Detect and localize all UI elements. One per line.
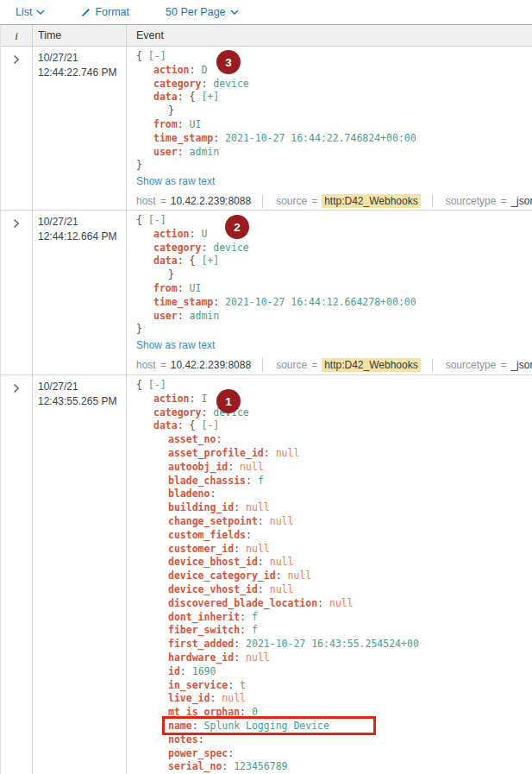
list-view-button[interactable]: List: [16, 6, 45, 18]
field-label[interactable]: host: [136, 195, 156, 207]
json-punct: :: [222, 760, 234, 772]
json-key: first_added: [168, 638, 234, 650]
json-punct: :: [180, 665, 192, 677]
json-null-value[interactable]: null: [222, 692, 246, 704]
json-line: action: D: [136, 64, 532, 78]
json-value[interactable]: 123456789: [234, 760, 287, 772]
json-punct: :: [234, 543, 246, 555]
event-row: 10/27/2112:43:55.265 PM{ [-]action: Icat…: [1, 375, 532, 774]
json-line: device_bhost_id: null: [136, 556, 525, 569]
json-value[interactable]: device: [213, 242, 249, 254]
json-null-value[interactable]: null: [246, 651, 270, 664]
field-equals: =: [500, 359, 506, 371]
field-value[interactable]: http:D42_Webhooks: [322, 358, 421, 372]
json-null-value[interactable]: null: [287, 569, 311, 582]
json-line: autoobj_id: null: [136, 461, 525, 475]
json-null-value[interactable]: null: [246, 501, 270, 513]
field-label[interactable]: source: [276, 359, 307, 371]
event-selected-fields: host=10.42.2.239:8088source=http:D42_Web…: [136, 358, 532, 372]
field-label[interactable]: source: [276, 195, 307, 207]
field-value[interactable]: _json: [510, 195, 532, 207]
json-value[interactable]: f: [258, 475, 264, 487]
field-value[interactable]: http:D42_Webhooks: [322, 194, 421, 208]
json-value[interactable]: UI: [190, 282, 202, 294]
field-value[interactable]: 10.42.2.239:8088: [171, 195, 251, 207]
json-null-value[interactable]: null: [270, 515, 294, 527]
json-value[interactable]: I: [201, 393, 207, 405]
json-key: name: [168, 720, 192, 732]
expand-chevron-icon[interactable]: [13, 53, 20, 68]
format-button[interactable]: Format: [81, 6, 129, 18]
expand-chevron-icon[interactable]: [13, 381, 20, 397]
json-line: device_vhost_id: null: [136, 583, 525, 597]
field-equals: =: [311, 195, 317, 207]
json-punct: :: [201, 406, 213, 418]
json-value[interactable]: UI: [190, 118, 202, 130]
field-source: source=http:D42_Webhooks: [262, 358, 421, 372]
event-date-text: 10/27/21: [38, 380, 126, 394]
json-line: data: { [-]: [136, 419, 525, 433]
json-key: user: [153, 310, 178, 322]
json-punct: :: [178, 91, 190, 103]
per-page-button[interactable]: 50 Per Page: [166, 6, 239, 18]
event-json: { [-]action: Icategory: devicedata: { [-…: [136, 379, 525, 774]
json-value[interactable]: device: [213, 78, 249, 90]
event-selected-fields: host=10.42.2.239:8088source=http:D42_Web…: [136, 194, 532, 208]
json-key: mt_is_orphan: [168, 706, 240, 718]
json-value[interactable]: 0: [252, 706, 258, 718]
json-null-value[interactable]: null: [270, 556, 294, 568]
json-value[interactable]: t: [240, 679, 246, 691]
json-key: time_stamp: [153, 296, 213, 308]
json-null-value[interactable]: null: [329, 597, 354, 609]
json-brace: }: [136, 159, 142, 171]
field-value[interactable]: 10.42.2.239:8088: [171, 359, 251, 371]
show-raw-text-link[interactable]: Show as raw text: [136, 175, 215, 188]
json-expand-toggle[interactable]: [-]: [148, 50, 166, 62]
json-value[interactable]: f: [252, 624, 258, 636]
json-key: asset_no: [168, 433, 216, 445]
json-punct: :: [201, 78, 213, 90]
events-table: i Time Event 10/27/2112:44:22.746 PM{ [-…: [0, 24, 532, 774]
json-key: blade_chassis: [168, 475, 246, 487]
json-expand-toggle[interactable]: [-]: [148, 214, 166, 226]
json-key: building_id: [168, 501, 234, 513]
json-value[interactable]: D: [201, 64, 207, 76]
json-null-value[interactable]: null: [246, 543, 270, 555]
json-key: custom_fields: [168, 529, 246, 541]
json-expand-toggle[interactable]: [-]: [148, 379, 166, 391]
json-value[interactable]: 2021-10-27 16:44:22.746824+00:00: [225, 132, 416, 144]
field-label[interactable]: sourcetype: [446, 359, 497, 371]
json-value[interactable]: 2021-10-27 16:43:55.254524+00: [246, 638, 419, 650]
json-expand-toggle[interactable]: [+]: [201, 255, 219, 267]
field-label[interactable]: sourcetype: [446, 195, 497, 207]
json-null-value[interactable]: null: [270, 583, 294, 595]
json-value[interactable]: f: [252, 611, 258, 623]
json-line: category: device: [136, 406, 525, 420]
field-equals: =: [160, 359, 166, 371]
json-key: live_id: [168, 692, 210, 704]
json-key: dont_inherit: [168, 611, 240, 623]
json-null-value[interactable]: null: [240, 461, 264, 473]
json-key: time_stamp: [153, 132, 213, 144]
splunk-event-list: List Format 50 Per Page i Time Event 10/…: [0, 0, 532, 774]
format-label: Format: [95, 6, 129, 18]
json-null-value[interactable]: null: [276, 447, 300, 459]
json-value[interactable]: Splunk Logging Device: [204, 720, 329, 732]
field-value[interactable]: _json: [510, 359, 532, 371]
json-punct: :: [210, 692, 222, 704]
json-line: user: admin: [136, 146, 532, 160]
json-value[interactable]: 1690: [192, 665, 216, 677]
json-expand-toggle[interactable]: [-]: [201, 419, 219, 431]
event-row: 10/27/2112:44:22.746 PM{ [-]action: Dcat…: [1, 47, 532, 211]
json-expand-toggle[interactable]: [+]: [201, 91, 219, 103]
field-label[interactable]: host: [136, 359, 156, 371]
json-value[interactable]: admin: [190, 146, 220, 158]
json-value[interactable]: 2021-10-27 16:44:12.664278+00:00: [225, 296, 416, 308]
json-key: customer_id: [168, 543, 234, 555]
json-key: action: [153, 64, 190, 76]
show-raw-text-link[interactable]: Show as raw text: [136, 339, 215, 352]
json-value[interactable]: U: [201, 228, 207, 240]
json-line: device_category_id: null: [136, 569, 525, 583]
expand-chevron-icon[interactable]: [13, 217, 20, 232]
json-value[interactable]: admin: [190, 310, 220, 322]
